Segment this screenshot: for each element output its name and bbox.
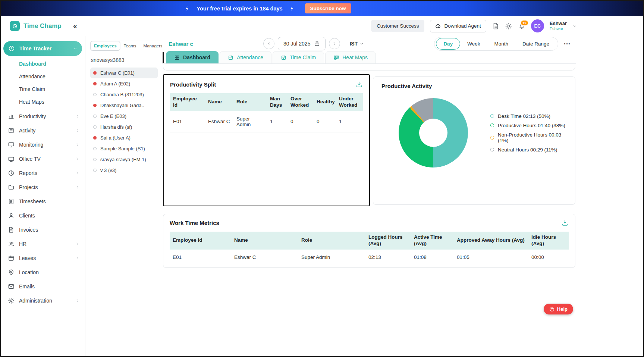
refresh-clock-icon <box>490 135 495 140</box>
status-dot <box>93 71 97 75</box>
sidebar-item-timesheets[interactable]: Timesheets <box>1 194 85 209</box>
tab-employees[interactable]: Employees <box>91 41 120 51</box>
cell-over-worked: 0 <box>288 111 314 132</box>
sidebar-item-label: Heat Maps <box>19 99 44 105</box>
employee-list-item[interactable]: Chandra B (311203) <box>90 89 158 100</box>
status-dot <box>93 147 97 150</box>
chevron-up-icon <box>73 46 78 51</box>
tab-attendance[interactable]: Attendance <box>220 51 271 63</box>
calendar-icon <box>8 255 15 262</box>
sidebar-item-leaves[interactable]: Leaves <box>1 251 85 265</box>
clock-icon <box>8 45 15 52</box>
settings-gear-icon[interactable] <box>505 22 512 30</box>
tab-teams[interactable]: Teams <box>120 41 140 51</box>
sidebar-item-productivity[interactable]: Productivity <box>1 109 85 123</box>
sidebar-item-time-tracker[interactable]: Time Tracker <box>3 41 82 56</box>
tab-label: Heat Maps <box>342 54 368 60</box>
column-header: Role <box>233 93 267 111</box>
sidebar-item-label: Location <box>19 269 39 275</box>
card-title: Work Time Metrics <box>170 220 219 226</box>
customer-success-button[interactable]: Customer Success <box>371 20 424 32</box>
view-mode-month[interactable]: Month <box>487 41 515 47</box>
table-row[interactable]: E01 Eshwar C Super Admin 1 0 0 1 <box>170 111 363 132</box>
more-options-icon[interactable]: … <box>563 38 571 46</box>
employee-list-item[interactable]: Adam A (E02) <box>90 78 158 89</box>
sidebar-item-label: Productivity <box>19 113 46 119</box>
employee-list-item[interactable]: Eshwar C (E01) <box>90 68 158 78</box>
chevron-right-icon <box>75 298 80 303</box>
download-icon[interactable] <box>561 219 569 226</box>
column-header: Employee Id <box>170 93 205 111</box>
column-header: Name <box>231 232 298 250</box>
sidebar-item-dashboard[interactable]: Dashboard <box>1 57 85 70</box>
lightning-icon <box>289 6 295 11</box>
sidebar-item-label: Clients <box>19 213 35 219</box>
chevron-right-icon <box>75 128 80 133</box>
chevron-down-icon[interactable] <box>572 24 577 28</box>
chevron-right-icon <box>75 242 80 246</box>
view-mode-week[interactable]: Week <box>460 41 487 47</box>
next-day-button[interactable] <box>329 38 340 49</box>
view-mode-date-range[interactable]: Date Range <box>515 41 556 47</box>
bar-chart-icon <box>8 113 15 120</box>
sidebar-item-reports[interactable]: Reports <box>1 166 85 180</box>
people-icon <box>8 241 15 247</box>
employee-list-item[interactable]: Dhakshayani Gada.. <box>90 100 158 111</box>
tab-heat-maps[interactable]: Heat Maps <box>325 51 376 63</box>
sidebar-item-hr[interactable]: HR <box>1 237 85 251</box>
sidebar-item-label: Invoices <box>19 227 38 233</box>
sidebar-item-label: Administration <box>19 298 52 304</box>
previous-day-button[interactable] <box>263 38 274 49</box>
view-mode-day[interactable]: Day <box>436 38 460 50</box>
chevron-right-icon <box>332 41 337 46</box>
sidebar-item-invoices[interactable]: Invoices <box>1 223 85 237</box>
sidebar-item-emails[interactable]: Emails <box>1 279 85 294</box>
sidebar-item-administration[interactable]: Administration <box>1 294 85 308</box>
sidebar-item-heat-maps[interactable]: Heat Maps <box>1 95 85 108</box>
employee-panel-tabs: Employees Teams Managers <box>90 41 162 51</box>
lightning-icon <box>185 6 190 11</box>
notification-bell-icon[interactable]: 19 <box>518 22 525 30</box>
sidebar: Time Tracker Dashboard Attendance Time C… <box>1 36 85 356</box>
tab-label: Dashboard <box>183 54 210 60</box>
employee-list-item[interactable]: Harsha dfs (sf) <box>90 122 158 132</box>
sidebar-item-clients[interactable]: Clients <box>1 209 85 223</box>
employee-list-item[interactable]: Eve E (E03) <box>90 111 158 122</box>
document-icon[interactable] <box>492 22 499 30</box>
chevron-right-icon <box>75 256 80 260</box>
sidebar-item-location[interactable]: Location <box>1 265 85 279</box>
main-header: Eshwar c 30 Jul 2025 IST Day Week <box>162 36 576 51</box>
tab-dashboard[interactable]: Dashboard <box>166 51 219 63</box>
tab-time-claim[interactable]: Time Claim <box>273 51 324 63</box>
employee-list-item[interactable]: sravya sravya (EM 1) <box>90 154 158 165</box>
timezone-selector[interactable]: IST <box>349 41 364 47</box>
employee-list-item[interactable]: Sample Sample (S1) <box>90 143 158 154</box>
download-icon[interactable] <box>355 81 363 88</box>
cell-role: Super Admin <box>233 111 267 132</box>
user-avatar[interactable]: EC <box>531 19 544 32</box>
help-button[interactable]: Help <box>544 304 573 314</box>
employee-list-item[interactable]: v 3 (v3) <box>90 165 158 176</box>
sidebar-item-office-tv[interactable]: Office TV <box>1 152 85 166</box>
employee-name: Eve E (E03) <box>100 113 126 119</box>
sidebar-item-projects[interactable]: Projects <box>1 180 85 194</box>
sidebar-item-activity[interactable]: Activity <box>1 123 85 138</box>
employee-list-item[interactable]: Sai a (User A) <box>90 132 158 143</box>
calendar-icon <box>314 41 320 47</box>
chevron-right-icon <box>75 114 80 119</box>
subscribe-now-button[interactable]: Subscribe now <box>305 3 351 13</box>
date-picker[interactable]: 30 Jul 2025 <box>278 37 326 50</box>
sidebar-item-time-claim[interactable]: Time Claim <box>1 83 85 95</box>
sidebar-item-monitoring[interactable]: Monitoring <box>1 138 85 152</box>
tv-icon <box>8 156 15 162</box>
collapse-sidebar-button[interactable]: « <box>73 22 77 29</box>
folder-icon <box>8 184 15 191</box>
tab-managers[interactable]: Managers <box>140 41 162 51</box>
table-row[interactable]: E01 Eshwar C Super Admin 02:13 01:08 01:… <box>170 250 569 265</box>
organization-name: snovasys3883 <box>91 57 158 63</box>
chevron-left-icon <box>267 41 271 46</box>
user-name: Eshwar <box>550 21 567 26</box>
sidebar-item-attendance[interactable]: Attendance <box>1 70 85 83</box>
download-agent-button[interactable]: Download Agent <box>430 20 486 32</box>
employee-name: Sample Sample (S1) <box>100 146 145 151</box>
